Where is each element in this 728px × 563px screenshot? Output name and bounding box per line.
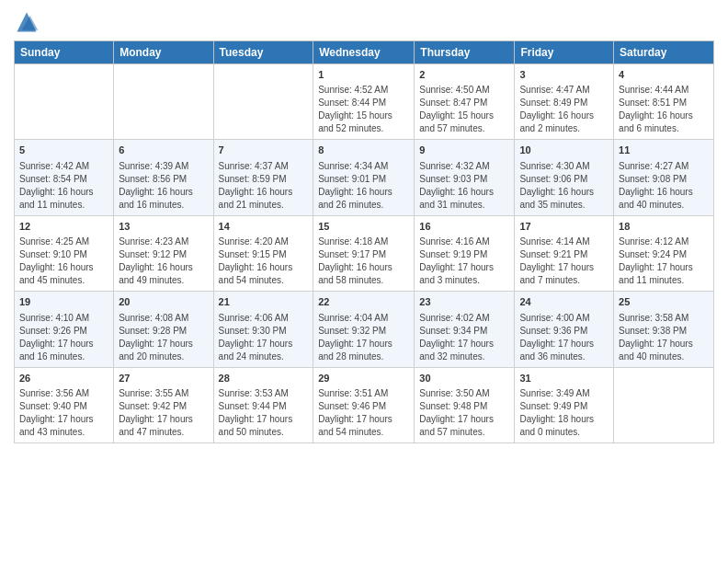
day-info: Sunrise: 3:49 AM Sunset: 9:49 PM Dayligh… [519,387,609,439]
day-number: 10 [519,144,609,157]
day-info: Sunrise: 4:39 AM Sunset: 8:56 PM Dayligh… [119,160,208,212]
day-number: 29 [318,372,409,385]
day-number: 11 [619,144,709,157]
day-cell-7: 7Sunrise: 4:37 AM Sunset: 8:59 PM Daylig… [213,140,313,215]
day-cell-22: 22Sunrise: 4:04 AM Sunset: 9:32 PM Dayli… [313,292,415,367]
day-info: Sunrise: 4:20 AM Sunset: 9:15 PM Dayligh… [219,236,309,287]
day-number: 12 [19,220,108,234]
day-number: 15 [318,220,409,234]
day-info: Sunrise: 4:06 AM Sunset: 9:30 PM Dayligh… [219,312,309,363]
day-cell-14: 14Sunrise: 4:20 AM Sunset: 9:15 PM Dayli… [213,215,313,291]
day-cell-17: 17Sunrise: 4:14 AM Sunset: 9:21 PM Dayli… [515,215,614,291]
day-number: 21 [219,295,309,309]
day-cell-3: 3Sunrise: 4:47 AM Sunset: 8:49 PM Daylig… [515,64,614,140]
day-cell-21: 21Sunrise: 4:06 AM Sunset: 9:30 PM Dayli… [213,292,313,367]
col-header-wednesday: Wednesday [313,41,415,64]
day-cell-15: 15Sunrise: 4:18 AM Sunset: 9:17 PM Dayli… [313,215,415,291]
day-number: 8 [318,144,409,157]
day-info: Sunrise: 3:51 AM Sunset: 9:46 PM Dayligh… [318,387,409,439]
day-number: 3 [519,68,609,82]
week-row-3: 12Sunrise: 4:25 AM Sunset: 9:10 PM Dayli… [15,215,714,291]
day-cell-27: 27Sunrise: 3:55 AM Sunset: 9:42 PM Dayli… [114,367,213,442]
week-row-1: 1Sunrise: 4:52 AM Sunset: 8:44 PM Daylig… [15,64,714,140]
day-number: 2 [419,68,509,82]
day-cell-12: 12Sunrise: 4:25 AM Sunset: 9:10 PM Dayli… [15,215,114,291]
day-info: Sunrise: 3:53 AM Sunset: 9:44 PM Dayligh… [219,387,309,439]
day-cell-30: 30Sunrise: 3:50 AM Sunset: 9:48 PM Dayli… [415,367,515,442]
day-cell-empty [213,64,313,140]
day-cell-5: 5Sunrise: 4:42 AM Sunset: 8:54 PM Daylig… [15,140,114,215]
col-header-monday: Monday [114,41,213,64]
day-cell-25: 25Sunrise: 3:58 AM Sunset: 9:38 PM Dayli… [614,292,714,367]
day-number: 27 [119,372,208,385]
day-cell-empty [614,367,714,442]
calendar-header-row: SundayMondayTuesdayWednesdayThursdayFrid… [15,41,714,64]
col-header-saturday: Saturday [614,41,714,64]
col-header-thursday: Thursday [415,41,515,64]
day-number: 4 [619,68,709,82]
day-info: Sunrise: 4:02 AM Sunset: 9:34 PM Dayligh… [419,312,509,363]
day-info: Sunrise: 4:42 AM Sunset: 8:54 PM Dayligh… [19,160,108,212]
col-header-tuesday: Tuesday [213,41,313,64]
day-cell-empty [114,64,213,140]
day-cell-18: 18Sunrise: 4:12 AM Sunset: 9:24 PM Dayli… [614,215,714,291]
day-info: Sunrise: 4:04 AM Sunset: 9:32 PM Dayligh… [318,312,409,363]
day-cell-6: 6Sunrise: 4:39 AM Sunset: 8:56 PM Daylig… [114,140,213,215]
week-row-5: 26Sunrise: 3:56 AM Sunset: 9:40 PM Dayli… [15,367,714,442]
day-number: 14 [219,220,309,234]
day-info: Sunrise: 4:52 AM Sunset: 8:44 PM Dayligh… [318,84,409,135]
day-cell-16: 16Sunrise: 4:16 AM Sunset: 9:19 PM Dayli… [415,215,515,291]
calendar-body: 1Sunrise: 4:52 AM Sunset: 8:44 PM Daylig… [15,64,714,443]
day-cell-13: 13Sunrise: 4:23 AM Sunset: 9:12 PM Dayli… [114,215,213,291]
day-info: Sunrise: 4:16 AM Sunset: 9:19 PM Dayligh… [419,236,509,287]
calendar-table: SundayMondayTuesdayWednesdayThursdayFrid… [14,40,714,443]
day-cell-9: 9Sunrise: 4:32 AM Sunset: 9:03 PM Daylig… [415,140,515,215]
day-info: Sunrise: 4:27 AM Sunset: 9:08 PM Dayligh… [619,160,709,212]
day-number: 19 [19,295,108,309]
week-row-2: 5Sunrise: 4:42 AM Sunset: 8:54 PM Daylig… [15,140,714,215]
day-info: Sunrise: 4:23 AM Sunset: 9:12 PM Dayligh… [119,236,208,287]
day-info: Sunrise: 3:55 AM Sunset: 9:42 PM Dayligh… [119,387,208,439]
week-row-4: 19Sunrise: 4:10 AM Sunset: 9:26 PM Dayli… [15,292,714,367]
day-number: 24 [519,295,609,309]
col-header-friday: Friday [515,41,614,64]
day-info: Sunrise: 4:10 AM Sunset: 9:26 PM Dayligh… [19,312,108,363]
day-info: Sunrise: 4:14 AM Sunset: 9:21 PM Dayligh… [519,236,609,287]
day-number: 20 [119,295,208,309]
day-cell-4: 4Sunrise: 4:44 AM Sunset: 8:51 PM Daylig… [614,64,714,140]
day-number: 18 [619,220,709,234]
page-header [14,9,714,35]
day-cell-10: 10Sunrise: 4:30 AM Sunset: 9:06 PM Dayli… [515,140,614,215]
day-info: Sunrise: 4:12 AM Sunset: 9:24 PM Dayligh… [619,236,709,287]
day-number: 5 [19,144,108,157]
day-cell-2: 2Sunrise: 4:50 AM Sunset: 8:47 PM Daylig… [415,64,515,140]
day-number: 16 [419,220,509,234]
day-number: 30 [419,372,509,385]
day-info: Sunrise: 4:34 AM Sunset: 9:01 PM Dayligh… [318,160,409,212]
day-number: 6 [119,144,208,157]
logo-icon [14,9,40,35]
day-cell-1: 1Sunrise: 4:52 AM Sunset: 8:44 PM Daylig… [313,64,415,140]
day-number: 13 [119,220,208,234]
day-info: Sunrise: 4:37 AM Sunset: 8:59 PM Dayligh… [219,160,309,212]
day-number: 17 [519,220,609,234]
day-info: Sunrise: 4:30 AM Sunset: 9:06 PM Dayligh… [519,160,609,212]
day-number: 23 [419,295,509,309]
day-number: 31 [519,372,609,385]
day-cell-8: 8Sunrise: 4:34 AM Sunset: 9:01 PM Daylig… [313,140,415,215]
logo [14,9,43,35]
day-cell-11: 11Sunrise: 4:27 AM Sunset: 9:08 PM Dayli… [614,140,714,215]
day-cell-26: 26Sunrise: 3:56 AM Sunset: 9:40 PM Dayli… [15,367,114,442]
day-info: Sunrise: 4:44 AM Sunset: 8:51 PM Dayligh… [619,84,709,135]
day-number: 26 [19,372,108,385]
day-cell-20: 20Sunrise: 4:08 AM Sunset: 9:28 PM Dayli… [114,292,213,367]
day-number: 9 [419,144,509,157]
day-number: 7 [219,144,309,157]
day-info: Sunrise: 3:50 AM Sunset: 9:48 PM Dayligh… [419,387,509,439]
day-cell-empty [15,64,114,140]
day-info: Sunrise: 4:47 AM Sunset: 8:49 PM Dayligh… [519,84,609,135]
day-cell-31: 31Sunrise: 3:49 AM Sunset: 9:49 PM Dayli… [515,367,614,442]
day-cell-19: 19Sunrise: 4:10 AM Sunset: 9:26 PM Dayli… [15,292,114,367]
day-number: 25 [619,295,709,309]
day-info: Sunrise: 4:08 AM Sunset: 9:28 PM Dayligh… [119,312,208,363]
